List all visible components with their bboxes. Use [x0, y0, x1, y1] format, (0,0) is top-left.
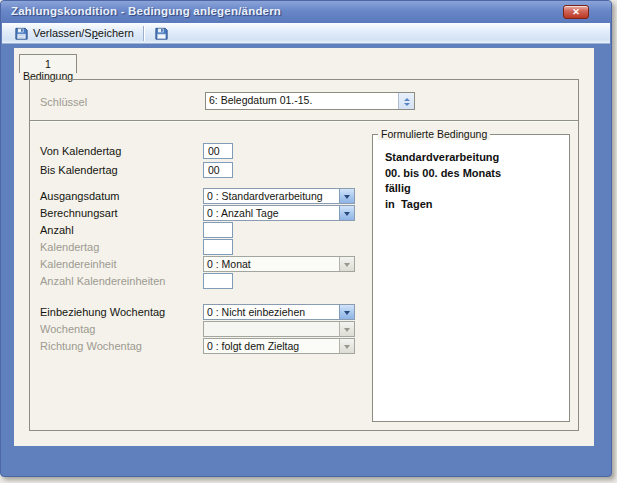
field-row-ausgangsdatum: Ausgangsdatum 0 : Standardverarbeitung	[40, 188, 355, 204]
exit-save-label: Verlassen/Speichern	[33, 27, 134, 39]
floppy-disk-icon	[14, 26, 29, 41]
berechnungsart-value: 0 : Anzahl Tage	[204, 206, 339, 220]
up-down-spinner-icon[interactable]	[398, 93, 414, 109]
richtung-wochentag-label: Richtung Wochentag	[40, 340, 203, 352]
von-kalendertag-input[interactable]	[203, 143, 233, 159]
save-button[interactable]	[150, 24, 173, 42]
einbeziehung-wochentag-combobox[interactable]: 0 : Nicht einbeziehen	[203, 304, 355, 320]
exit-save-button[interactable]: Verlassen/Speichern	[10, 24, 138, 42]
richtung-wochentag-value: 0 : folgt dem Zieltag	[204, 339, 339, 353]
kalendereinheit-combobox: 0 : Monat	[203, 256, 355, 272]
kalendertag-input	[203, 239, 233, 255]
anzahl-input[interactable]	[203, 222, 233, 238]
anzahl-kalendereinheiten-label: Anzahl Kalendereinheiten	[40, 275, 203, 287]
condition-form-panel: Schlüssel 6: Belegdatum 01.-15. Von Kale…	[29, 79, 579, 431]
ausgangsdatum-label: Ausgangsdatum	[40, 190, 203, 202]
close-button[interactable]: ✕	[563, 5, 589, 19]
ausgangsdatum-combobox[interactable]: 0 : Standardverarbeitung	[203, 188, 355, 204]
anzahl-kalendereinheiten-input	[203, 273, 233, 289]
formulierte-bedingung-groupbox: Formulierte Bedingung Standardverarbeitu…	[372, 134, 570, 422]
condition-line: 00. bis 00. des Monats	[385, 166, 565, 182]
condition-line: in Tagen	[385, 197, 565, 213]
field-row-einbeziehung-wochentag: Einbeziehung Wochentag 0 : Nicht einbezi…	[40, 304, 355, 320]
chevron-down-icon[interactable]	[339, 189, 354, 203]
toolbar-separator	[143, 26, 145, 41]
dialog-window: Zahlungskondition - Bedingung anlegen/än…	[0, 0, 612, 477]
tab-page: 1 Bedingung Schlüssel 6: Belegdatum 01.-…	[14, 48, 594, 446]
kalendereinheit-label: Kalendereinheit	[40, 258, 203, 270]
berechnungsart-label: Berechnungsart	[40, 207, 203, 219]
tab-bedingung[interactable]: 1 Bedingung	[19, 54, 77, 73]
bis-kalendertag-input[interactable]	[203, 162, 233, 178]
field-row-von-kalendertag: Von Kalendertag	[40, 143, 233, 159]
title-bar[interactable]: Zahlungskondition - Bedingung anlegen/än…	[1, 1, 611, 23]
field-row-anzahl: Anzahl	[40, 222, 233, 238]
einbeziehung-wochentag-label: Einbeziehung Wochentag	[40, 306, 203, 318]
von-kalendertag-label: Von Kalendertag	[40, 145, 203, 157]
kalendereinheit-value: 0 : Monat	[204, 257, 339, 271]
condition-line: Standardverarbeitung	[385, 150, 565, 166]
berechnungsart-combobox[interactable]: 0 : Anzahl Tage	[203, 205, 355, 221]
chevron-down-icon[interactable]	[339, 206, 354, 220]
schluessel-value: 6: Belegdatum 01.-15.	[206, 93, 398, 109]
anzahl-label: Anzahl	[40, 224, 203, 236]
ausgangsdatum-value: 0 : Standardverarbeitung	[204, 189, 339, 203]
schluessel-label: Schlüssel	[40, 96, 87, 108]
richtung-wochentag-combobox: 0 : folgt dem Zieltag	[203, 338, 355, 354]
kalendertag-label: Kalendertag	[40, 241, 203, 253]
chevron-down-icon	[339, 257, 354, 271]
window-title: Zahlungskondition - Bedingung anlegen/än…	[11, 5, 281, 17]
schluessel-combobox[interactable]: 6: Belegdatum 01.-15.	[205, 92, 415, 110]
field-row-bis-kalendertag: Bis Kalendertag	[40, 162, 233, 178]
toolbar: Verlassen/Speichern	[2, 23, 610, 44]
chevron-down-icon	[339, 322, 354, 336]
floppy-disk-icon	[154, 26, 169, 41]
field-row-berechnungsart: Berechnungsart 0 : Anzahl Tage	[40, 205, 355, 221]
chevron-down-icon	[339, 339, 354, 353]
field-row-kalendertag: Kalendertag	[40, 239, 233, 255]
field-row-kalendereinheit: Kalendereinheit 0 : Monat	[40, 256, 355, 272]
close-icon: ✕	[572, 7, 580, 17]
formulierte-bedingung-title: Formulierte Bedingung	[378, 128, 490, 140]
field-row-anzahl-kalendereinheiten: Anzahl Kalendereinheiten	[40, 273, 233, 289]
formulierte-bedingung-text: Standardverarbeitung 00. bis 00. des Mon…	[373, 135, 569, 212]
section-divider	[30, 120, 578, 122]
bis-kalendertag-label: Bis Kalendertag	[40, 164, 203, 176]
field-row-richtung-wochentag: Richtung Wochentag 0 : folgt dem Zieltag	[40, 338, 355, 354]
field-row-wochentag: Wochentag	[40, 321, 355, 337]
einbeziehung-wochentag-value: 0 : Nicht einbeziehen	[204, 305, 339, 319]
wochentag-combobox	[203, 321, 355, 337]
wochentag-label: Wochentag	[40, 323, 203, 335]
condition-line: fällig	[385, 181, 565, 197]
chevron-down-icon[interactable]	[339, 305, 354, 319]
wochentag-value	[204, 322, 339, 336]
